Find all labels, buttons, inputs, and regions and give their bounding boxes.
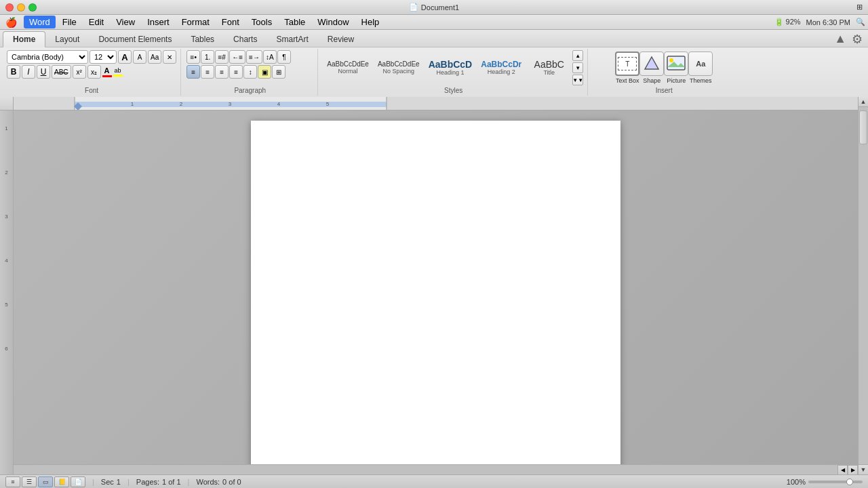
textbox-insert-item[interactable]: T Text Box (615, 52, 639, 84)
scroll-thumb[interactable] (859, 110, 867, 144)
menu-format[interactable]: Format (176, 16, 215, 28)
styles-group: AaBbCcDdEe Normal AaBbCcDdEe No Spacing … (319, 49, 588, 96)
shrink-font-btn[interactable]: A (133, 50, 146, 64)
document-icon: 📄 (409, 3, 418, 12)
menu-help[interactable]: Help (356, 16, 385, 28)
align-center-btn[interactable]: ≡ (201, 65, 214, 79)
tab-document-elements[interactable]: Document Elements (89, 32, 181, 47)
font-color-btn[interactable]: A (102, 66, 112, 77)
align-right-btn[interactable]: ≡ (215, 65, 229, 79)
grow-font-btn[interactable]: A (118, 50, 132, 64)
textbox-icon: T (615, 52, 639, 76)
menubar: 🍎 Word File Edit View Insert Format Font… (0, 15, 868, 30)
shading-btn[interactable]: ▣ (258, 65, 271, 79)
zoom-thumb[interactable] (846, 479, 853, 485)
style-normal[interactable]: AaBbCcDdEe Normal (323, 59, 372, 77)
scroll-up-btn[interactable]: ▲ (859, 97, 868, 107)
style-nospace[interactable]: AaBbCcDdEe No Spacing (374, 59, 423, 77)
ribbon-tabs: Home Layout Document Elements Tables Cha… (0, 30, 868, 47)
view-normal-btn[interactable]: ≡ (5, 476, 20, 487)
picture-insert-item[interactable]: Picture (664, 52, 688, 84)
pages-value: 1 of 1 (162, 478, 181, 486)
svg-text:3: 3 (229, 101, 232, 107)
styles-down-btn[interactable]: ▼ (572, 62, 583, 73)
sort-btn[interactable]: ↕A (263, 50, 277, 64)
bullets-btn[interactable]: ≡• (186, 50, 200, 64)
maximize-button[interactable] (28, 3, 37, 12)
multilevel-btn[interactable]: ≡# (215, 50, 229, 64)
underline-btn[interactable]: U (37, 65, 50, 79)
themes-insert-item[interactable]: Aa Themes (688, 52, 713, 84)
ribbon-collapse-btn[interactable]: ▲ (831, 32, 849, 46)
increase-indent-btn[interactable]: ≡→ (246, 50, 262, 64)
svg-point-2 (669, 58, 673, 62)
close-button[interactable] (5, 3, 14, 12)
scroll-left-btn[interactable]: ◀ (837, 465, 848, 475)
style-heading2[interactable]: AaBbCcDr Heading 2 (477, 58, 525, 77)
style-items: AaBbCcDdEe Normal AaBbCcDdEe No Spacing … (323, 58, 571, 78)
document-scroll-area[interactable] (14, 110, 858, 464)
menu-font[interactable]: Font (216, 16, 245, 28)
styles-up-btn[interactable]: ▲ (572, 50, 583, 61)
numbering-btn[interactable]: 1. (201, 50, 214, 64)
style-title[interactable]: AaBbC Title (527, 58, 571, 78)
scroll-right-btn[interactable]: ▶ (848, 465, 858, 475)
superscript-btn[interactable]: x² (73, 65, 86, 79)
tab-review[interactable]: Review (318, 32, 363, 47)
ruler-mark-2: 2 (0, 168, 13, 212)
clear-format-btn[interactable]: ✕ (163, 50, 176, 64)
menu-insert[interactable]: Insert (142, 16, 175, 28)
menu-word[interactable]: Word (24, 16, 56, 28)
borders-btn[interactable]: ⊞ (272, 65, 285, 79)
apple-menu[interactable]: 🍎 (5, 17, 17, 28)
decrease-indent-btn[interactable]: ←≡ (229, 50, 245, 64)
font-family-select[interactable]: Cambria (Body) (7, 50, 88, 64)
tab-tables[interactable]: Tables (181, 32, 224, 47)
view-draft-btn[interactable]: 📄 (71, 476, 85, 487)
scroll-down-btn[interactable]: ▼ (859, 464, 868, 474)
style-normal-preview: AaBbCcDdEe (327, 61, 369, 68)
scroll-track[interactable] (859, 107, 868, 464)
change-case-btn[interactable]: Aa (148, 50, 161, 64)
menu-file[interactable]: File (57, 16, 82, 28)
search-icon[interactable]: 🔍 (856, 18, 865, 26)
view-notebook-btn[interactable]: 📒 (54, 476, 69, 487)
style-title-preview: AaBbC (534, 60, 564, 69)
show-marks-btn[interactable]: ¶ (277, 50, 291, 64)
document-page[interactable] (251, 121, 620, 464)
zoom-slider[interactable] (808, 481, 863, 483)
titlebar: 📄 Document1 ⊞ (0, 0, 868, 15)
menu-window[interactable]: Window (312, 16, 354, 28)
strikethrough-btn[interactable]: ABC (52, 65, 71, 79)
ribbon-content: Cambria (Body) 12 A A Aa ✕ B I U (0, 47, 868, 97)
right-scrollbar: ▲ ▼ (858, 97, 868, 474)
minimize-button[interactable] (17, 3, 25, 12)
styles-more-btn[interactable]: ▼▼ (572, 75, 583, 85)
ribbon-options-btn[interactable]: ⚙ (849, 32, 865, 47)
text-highlight-btn[interactable]: ab (113, 67, 123, 77)
menu-edit[interactable]: Edit (83, 16, 109, 28)
styles-nav: ▲ ▼ ▼▼ (572, 50, 583, 85)
style-heading1[interactable]: AaBbCcD Heading 1 (425, 58, 476, 78)
tab-layout[interactable]: Layout (45, 32, 89, 47)
subscript-btn[interactable]: x₂ (87, 65, 101, 79)
shape-insert-item[interactable]: Shape (639, 52, 664, 84)
document-title: Document1 (421, 3, 459, 12)
menu-table[interactable]: Table (279, 16, 311, 28)
align-left-btn[interactable]: ≡ (186, 65, 200, 79)
tab-smartart[interactable]: SmartArt (267, 32, 317, 47)
line-spacing-btn[interactable]: ↕ (243, 65, 257, 79)
window-zoom-btn[interactable]: ⊞ (856, 3, 868, 12)
tab-charts[interactable]: Charts (224, 32, 267, 47)
view-page-layout-btn[interactable]: ▭ (38, 476, 53, 487)
svg-rect-1 (667, 56, 685, 70)
bold-btn[interactable]: B (7, 65, 20, 79)
section-num: 1 (117, 478, 121, 486)
tab-home[interactable]: Home (3, 31, 45, 47)
justify-btn[interactable]: ≡ (229, 65, 243, 79)
italic-btn[interactable]: I (22, 65, 35, 79)
view-outline-btn[interactable]: ☰ (22, 476, 37, 487)
font-size-select[interactable]: 12 (90, 50, 117, 64)
menu-tools[interactable]: Tools (246, 16, 277, 28)
menu-view[interactable]: View (111, 16, 140, 28)
